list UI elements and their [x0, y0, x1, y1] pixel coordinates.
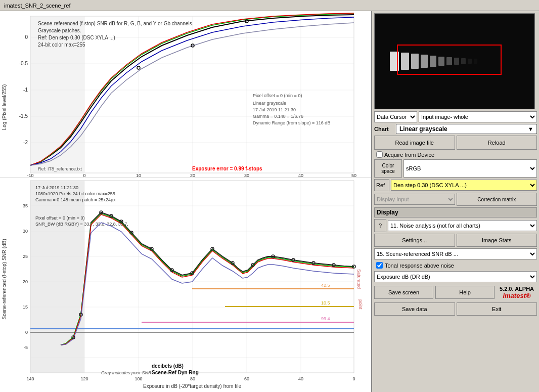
tonal-response-row: Tonal response above noise	[374, 261, 537, 270]
svg-rect-103	[446, 57, 452, 65]
svg-rect-99	[411, 54, 419, 69]
svg-text:30: 30	[244, 173, 249, 178]
svg-text:Scene-referenced (f-stop) SNR : Scene-referenced (f-stop) SNR (dB)	[2, 239, 7, 320]
pixel-offset-label: Pixel offset = 0 (min = 0)	[253, 93, 302, 98]
image-stats-button[interactable]: Image Stats	[457, 234, 537, 247]
svg-text:20: 20	[23, 279, 28, 284]
exit-button[interactable]: Exit	[457, 302, 537, 316]
save-data-button[interactable]: Save data	[374, 302, 455, 316]
svg-text:0: 0	[25, 330, 28, 335]
svg-rect-107	[474, 59, 477, 64]
svg-text:0: 0	[83, 173, 85, 178]
svg-text:-10: -10	[27, 173, 33, 178]
top-chart: 0 -0.5 -1 -1.5 -2 Log (Pixel level/255) …	[0, 11, 364, 178]
ref-select[interactable]: Den step 0.30 (DSC XYLA ...)	[391, 180, 537, 191]
svg-text:-5: -5	[24, 345, 28, 350]
bottom-chart: 35 30 25 20 15 0 -5 140 120 100 80 60 40…	[0, 178, 364, 392]
settings-button[interactable]: Settings...	[374, 234, 455, 247]
chart-title-line3: Ref: Den step 0.30 (DSC XYLA ...)	[38, 35, 115, 40]
save-screen-button[interactable]: Save screen	[374, 286, 433, 299]
snr-bw-label: SNR_BW (dB RGBY) = 33.7, 33.0, 32.8, 33.…	[35, 222, 128, 227]
image-preview	[374, 13, 535, 109]
chart-title-line1: Scene-referenced (f-stop) SNR dB for R, …	[38, 21, 194, 26]
svg-text:80: 80	[190, 376, 195, 381]
svg-rect-100	[421, 55, 428, 68]
acquire-from-device-label: Acquire from Device	[384, 152, 434, 158]
gamma-label: Gamma = 0.148 = 1/6.76	[253, 114, 303, 119]
svg-text:42.5: 42.5	[321, 283, 330, 288]
linear-grayscale-label: Linear grayscale	[253, 101, 286, 106]
svg-text:10.5: 10.5	[321, 300, 330, 306]
bottom-line2: 1080x1920 Pixels 24-bit color max=255	[35, 191, 115, 196]
ref-label-text: Ref	[374, 179, 389, 191]
svg-text:15: 15	[23, 304, 28, 310]
svg-text:10: 10	[136, 173, 141, 178]
svg-rect-101	[430, 56, 436, 67]
display-input-select[interactable]: Display Input	[374, 194, 455, 205]
display-value-select[interactable]: 11. Noise analysis (not for all charts)	[388, 220, 537, 231]
data-cursor-select[interactable]: Data Cursor	[374, 111, 417, 122]
svg-text:140: 140	[26, 376, 34, 381]
svg-rect-106	[468, 59, 472, 64]
chart-dropdown-icon[interactable]: ▼	[525, 126, 536, 132]
tonal-response-label: Tonal response above noise	[385, 263, 454, 269]
help-button[interactable]: Help	[435, 286, 495, 299]
correction-matrix-button[interactable]: Correction matrix	[457, 193, 537, 206]
svg-rect-102	[438, 57, 444, 66]
svg-text:99.4: 99.4	[321, 316, 330, 321]
svg-text:100: 100	[134, 376, 142, 381]
input-image-select[interactable]: Input image- whole	[419, 111, 537, 122]
svg-text:50: 50	[351, 173, 356, 178]
svg-text:-0.5: -0.5	[19, 61, 28, 66]
version-text: 5.2.0. ALPHA	[500, 286, 534, 292]
color-space-label-box: Color space	[374, 159, 402, 178]
svg-text:-1: -1	[23, 87, 28, 93]
svg-rect-98	[401, 53, 409, 70]
svg-text:0: 0	[25, 34, 28, 40]
title-text: imatest_SNR_2_scene_ref	[4, 3, 70, 9]
tonal-response-checkbox[interactable]	[376, 262, 383, 269]
date-time-label: 17-Jul-2019 11:21:30	[253, 107, 296, 112]
ref-txt-label: Ref: IT8_reference.txt	[38, 166, 82, 171]
svg-text:Log (Pixel level/255): Log (Pixel level/255)	[2, 84, 7, 130]
display-question-button[interactable]: ?	[374, 219, 386, 232]
chart-title-line4: 24-bit color max=255	[38, 42, 85, 48]
imatest-logo: imatest®	[503, 292, 530, 299]
svg-rect-108	[479, 59, 482, 63]
svg-rect-104	[454, 58, 459, 65]
color-space-select[interactable]: sRGB	[403, 159, 537, 178]
svg-text:-2: -2	[23, 140, 28, 145]
svg-rect-105	[461, 58, 466, 64]
chart-label-text: Chart	[374, 126, 394, 132]
svg-text:0: 0	[352, 376, 355, 381]
svg-text:25: 25	[23, 254, 28, 259]
svg-text:-1.5: -1.5	[19, 113, 28, 119]
svg-text:point: point	[358, 299, 363, 310]
read-image-file-button[interactable]: Read image file	[374, 136, 455, 150]
svg-text:decibels (dB): decibels (dB)	[152, 363, 184, 369]
svg-text:40: 40	[298, 173, 303, 178]
display-section-header: Display	[374, 207, 537, 217]
svg-text:35: 35	[23, 203, 28, 208]
svg-text:20: 20	[190, 173, 195, 178]
exposure-db-select[interactable]: Exposure dB (DR dB)	[374, 271, 537, 282]
acquire-from-device-checkbox[interactable]	[376, 151, 383, 158]
svg-text:120: 120	[80, 376, 88, 381]
svg-text:60: 60	[244, 376, 249, 381]
chart-value-text: Linear grayscale	[396, 124, 525, 134]
bottom-line1: 17-Jul-2019 11:21:30	[35, 185, 78, 190]
svg-text:30: 30	[23, 229, 28, 234]
controls-panel: Data Cursor Input image- whole Chart Lin…	[374, 111, 537, 316]
scene-ref-select[interactable]: 15. Scene-referenced SNR dB ...	[374, 248, 537, 259]
svg-text:40: 40	[298, 376, 303, 381]
title-bar: imatest_SNR_2_scene_ref	[0, 0, 539, 11]
svg-text:Saturated: Saturated	[356, 269, 362, 289]
exposure-error-label: Exposure error = 0.99 f-stops	[192, 166, 262, 171]
svg-text:Gray indicates poor SNR: Gray indicates poor SNR	[101, 370, 152, 375]
reload-button[interactable]: Reload	[457, 136, 537, 150]
x-axis-label: Exposure in dB (-20*target density) from…	[143, 383, 241, 389]
svg-text:Scene-Ref Dyn Rng: Scene-Ref Dyn Rng	[152, 370, 199, 375]
bottom-line3: Gamma = 0.148 mean patch = 25x24px	[35, 197, 116, 202]
chart-title-line2: Grayscale patches.	[38, 28, 81, 33]
bottom-line4: Pixel offset = 0 (min = 0)	[35, 215, 84, 221]
